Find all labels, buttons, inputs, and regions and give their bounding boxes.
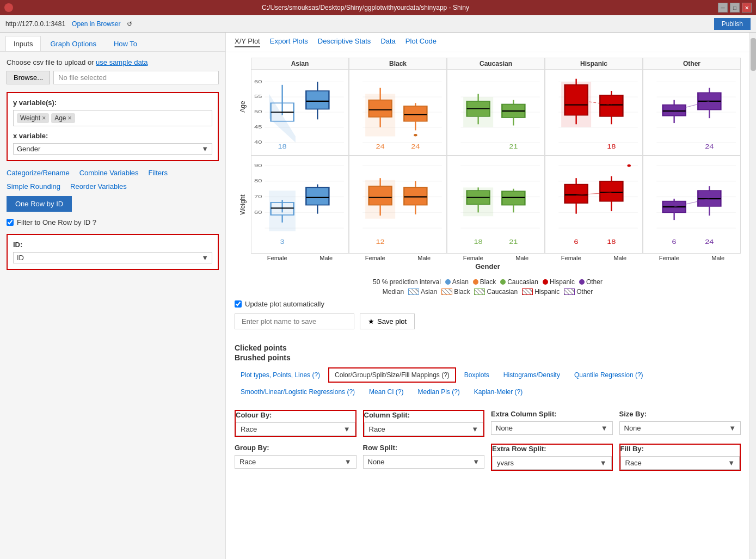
tab-export-plots[interactable]: Export Plots xyxy=(270,37,308,47)
legend-hispanic-swatch xyxy=(543,279,548,285)
extra-row-split-group: Extra Row Split: yvars ▼ xyxy=(491,444,613,471)
categorize-link[interactable]: Categorize/Rename xyxy=(7,169,70,177)
clicked-section: Clicked points Brushed points Plot types… xyxy=(226,343,749,476)
row-split-select[interactable]: None ▼ xyxy=(363,455,485,469)
svg-text:18: 18 xyxy=(607,239,616,245)
tab-how-to[interactable]: How To xyxy=(106,36,145,51)
extra-row-split-select[interactable]: yvars ▼ xyxy=(492,456,612,470)
x-variable-arrow: ▼ xyxy=(201,145,208,153)
facet-plot-hispanic-weight: 6 18 xyxy=(545,156,642,253)
x-labels-caucasian: Female Male xyxy=(447,254,545,262)
one-row-by-id-button[interactable]: One Row by ID xyxy=(7,196,72,212)
legend-median: Median Asian Black Caucasian Hispanic xyxy=(235,288,741,296)
save-plot-input[interactable] xyxy=(235,314,354,329)
close-button[interactable]: ✕ xyxy=(742,3,752,13)
legend-asian: Asian xyxy=(445,278,469,286)
refresh-icon[interactable]: ↺ xyxy=(127,20,132,28)
filters-link[interactable]: Filters xyxy=(149,169,168,177)
opt-tab-smooth[interactable]: Smooth/Linear/Logistic Regressions (?) xyxy=(235,385,361,399)
extra-column-split-select[interactable]: None ▼ xyxy=(491,421,613,435)
size-by-value: None xyxy=(624,424,729,432)
open-in-browser-link[interactable]: Open in Browser xyxy=(72,20,120,28)
group-by-group: Group By: Race ▼ xyxy=(235,444,357,471)
svg-text:55: 55 xyxy=(254,94,262,99)
maximize-button[interactable]: □ xyxy=(730,3,740,13)
app-icon xyxy=(4,3,13,12)
svg-marker-60 xyxy=(561,82,591,127)
facet-cells-age: Asian 60 xyxy=(251,58,741,156)
x-variable-label: x variable: xyxy=(13,132,212,140)
legend-prediction: 50 % prediction interval Asian Black Cau… xyxy=(235,278,741,286)
tab-graph-options[interactable]: Graph Options xyxy=(42,36,105,51)
filter-checkbox[interactable] xyxy=(7,219,14,226)
tab-descriptive-stats[interactable]: Descriptive Stats xyxy=(318,37,371,47)
facet-asian-weight: 90 80 70 60 3 xyxy=(251,156,349,254)
colour-by-select[interactable]: Race ▼ xyxy=(236,422,355,436)
browse-row: Browse... No file selected xyxy=(7,71,219,84)
star-icon: ★ xyxy=(368,317,374,325)
y-axis-weight-label: Weight xyxy=(239,194,247,214)
use-sample-data-link[interactable]: use sample data xyxy=(96,58,147,66)
opt-tab-plot-types[interactable]: Plot types, Points, Lines (?) xyxy=(235,367,326,383)
column-split-select[interactable]: Race ▼ xyxy=(364,422,484,436)
svg-marker-28 xyxy=(365,94,395,137)
fill-by-group: Fill By: Race ▼ xyxy=(619,444,741,471)
y-tag-age[interactable]: Age × xyxy=(51,113,75,123)
facet-row-weight: Weight xyxy=(235,156,741,254)
reorder-link[interactable]: Reorder Variables xyxy=(70,182,127,191)
facet-hispanic-age: Hispanic xyxy=(545,58,643,156)
tab-data[interactable]: Data xyxy=(380,37,395,47)
opt-tab-mean-ci[interactable]: Mean CI (?) xyxy=(363,385,409,399)
svg-point-34 xyxy=(414,134,417,136)
rounding-link[interactable]: Simple Rounding xyxy=(7,182,60,191)
opt-tab-kaplan[interactable]: Kaplan-Meier (?) xyxy=(468,385,528,399)
opt-tab-quantile[interactable]: Quantile Regression (?) xyxy=(568,367,649,383)
facet-header-asian: Asian xyxy=(251,58,348,70)
svg-rect-16 xyxy=(306,91,329,109)
size-by-select[interactable]: None ▼ xyxy=(619,421,741,435)
svg-text:24: 24 xyxy=(705,144,714,150)
group-by-arrow: ▼ xyxy=(345,458,352,466)
remove-weight-tag[interactable]: × xyxy=(42,114,46,122)
fill-by-select[interactable]: Race ▼ xyxy=(620,456,740,470)
svg-rect-62 xyxy=(600,95,623,116)
update-checkbox[interactable] xyxy=(235,300,242,308)
y-variable-input[interactable]: Weight × Age × xyxy=(13,110,212,126)
save-plot-button[interactable]: ★ Save plot xyxy=(360,314,415,329)
browse-button[interactable]: Browse... xyxy=(7,71,50,84)
id-select[interactable]: ID ▼ xyxy=(13,252,212,263)
remove-age-tag[interactable]: × xyxy=(68,114,72,122)
svg-marker-95 xyxy=(269,191,296,231)
tab-plot-code[interactable]: Plot Code xyxy=(405,37,437,47)
opt-tab-median-pls[interactable]: Median Pls (?) xyxy=(411,385,465,399)
minimize-button[interactable]: ─ xyxy=(718,3,728,13)
svg-text:50: 50 xyxy=(254,109,262,114)
x-variable-value: Gender xyxy=(17,145,201,153)
tab-inputs[interactable]: Inputs xyxy=(5,36,41,51)
facet-grid: Age Asian xyxy=(235,58,741,273)
svg-rect-113 xyxy=(404,187,427,205)
legend-black-swatch xyxy=(473,279,478,285)
left-panel: Inputs Graph Options How To Choose csv f… xyxy=(0,33,226,559)
legend-black: Black xyxy=(473,278,496,286)
tab-xy-plot[interactable]: X/Y Plot xyxy=(235,37,260,47)
x-variable-select[interactable]: Gender ▼ xyxy=(13,143,212,155)
window-controls[interactable]: ─ □ ✕ xyxy=(718,3,752,13)
publish-button[interactable]: Publish xyxy=(714,18,751,30)
size-by-group: Size By: None ▼ xyxy=(619,410,741,437)
facet-plot-black-age: 24 24 xyxy=(349,70,446,155)
group-by-select[interactable]: Race ▼ xyxy=(235,455,357,469)
opt-tab-histograms[interactable]: Histograms/Density xyxy=(497,367,566,383)
opt-tab-color-mappings[interactable]: Color/Group/Split/Size/Fill Mappings (?) xyxy=(328,367,456,383)
row-split-value: None xyxy=(368,458,473,466)
combine-link[interactable]: Combine Variables xyxy=(79,169,139,177)
median-asian-swatch xyxy=(408,288,419,295)
svg-text:70: 70 xyxy=(254,194,262,199)
scrollbar-thumb[interactable] xyxy=(751,38,756,71)
scrollbar[interactable] xyxy=(749,33,756,559)
file-input-display: No file selected xyxy=(53,71,219,84)
facet-plot-asian-age: 60 55 50 45 40 xyxy=(251,70,348,155)
y-tag-weight[interactable]: Weight × xyxy=(17,113,49,123)
right-tab-bar: X/Y Plot Export Plots Descriptive Stats … xyxy=(226,33,749,52)
opt-tab-boxplots[interactable]: Boxplots xyxy=(458,367,495,383)
